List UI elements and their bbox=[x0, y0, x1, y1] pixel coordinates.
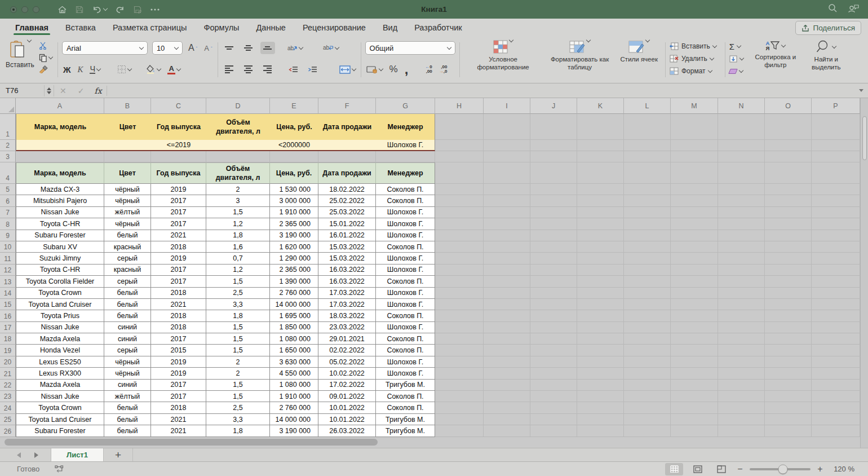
cell-K13[interactable] bbox=[577, 276, 624, 287]
row-header-3[interactable]: 3 bbox=[0, 151, 16, 162]
name-box[interactable]: T76 bbox=[0, 83, 44, 98]
cell-C15[interactable]: 2021 bbox=[151, 299, 206, 310]
cell-K11[interactable] bbox=[577, 253, 624, 264]
cell-F16[interactable]: 18.03.2022 bbox=[318, 310, 376, 321]
cell-I1[interactable] bbox=[484, 114, 530, 140]
cell-H17[interactable] bbox=[435, 322, 484, 333]
cell-E22[interactable]: 1 080 000 bbox=[270, 380, 318, 391]
cut-button[interactable] bbox=[38, 40, 54, 52]
cell-M21[interactable] bbox=[671, 368, 718, 379]
cell-K10[interactable] bbox=[577, 241, 624, 253]
cell-I13[interactable] bbox=[484, 276, 530, 287]
font-name-select[interactable]: Arial bbox=[62, 41, 148, 55]
cell-N23[interactable] bbox=[718, 391, 765, 402]
cell-J4[interactable] bbox=[530, 162, 577, 184]
cell-L11[interactable] bbox=[624, 253, 671, 264]
cell-J6[interactable] bbox=[530, 195, 577, 206]
align-left-button[interactable] bbox=[222, 63, 237, 76]
cell-K7[interactable] bbox=[577, 207, 624, 218]
cell-L8[interactable] bbox=[624, 218, 671, 230]
column-header-A[interactable]: A bbox=[16, 98, 104, 114]
cell-E11[interactable]: 1 290 000 bbox=[270, 253, 318, 264]
cell-G18[interactable]: Соколов П. bbox=[376, 333, 435, 345]
cell-K24[interactable] bbox=[577, 402, 624, 413]
cell-O4[interactable] bbox=[765, 162, 812, 184]
row-header-16[interactable]: 16 bbox=[0, 310, 16, 321]
cell-L14[interactable] bbox=[624, 288, 671, 299]
row-header-22[interactable]: 22 bbox=[0, 380, 16, 391]
cell-I11[interactable] bbox=[484, 253, 530, 264]
cell-K20[interactable] bbox=[577, 356, 624, 368]
cell-C7[interactable]: 2017 bbox=[151, 207, 206, 218]
cell-G16[interactable]: Соколов П. bbox=[376, 310, 435, 321]
cell-C22[interactable]: 2017 bbox=[151, 380, 206, 391]
cell-P2[interactable] bbox=[812, 140, 860, 151]
cell-L13[interactable] bbox=[624, 276, 671, 287]
cell-N26[interactable] bbox=[718, 425, 765, 437]
cell-E26[interactable]: 3 190 000 bbox=[270, 425, 318, 437]
cell-J25[interactable] bbox=[530, 414, 577, 425]
cell-G15[interactable]: Шолохов Г. bbox=[376, 299, 435, 310]
close-window-button[interactable] bbox=[10, 6, 17, 13]
cell-K16[interactable] bbox=[577, 310, 624, 321]
cell-O1[interactable] bbox=[765, 114, 812, 140]
cell-O26[interactable] bbox=[765, 425, 812, 437]
cell-D1[interactable]: Объём двигателя, л bbox=[206, 114, 270, 140]
column-header-E[interactable]: E bbox=[270, 98, 318, 114]
increase-indent-button[interactable] bbox=[305, 63, 320, 76]
cell-J18[interactable] bbox=[530, 333, 577, 345]
format-painter-button[interactable] bbox=[38, 63, 54, 75]
row-header-12[interactable]: 12 bbox=[0, 265, 16, 276]
cell-I25[interactable] bbox=[484, 414, 530, 425]
font-size-select[interactable]: 10 bbox=[152, 41, 183, 55]
cell-O9[interactable] bbox=[765, 230, 812, 241]
cell-A6[interactable]: Mitsubishi Pajero bbox=[16, 195, 104, 206]
cell-G21[interactable]: Шолохов Г. bbox=[376, 368, 435, 379]
cell-C23[interactable]: 2017 bbox=[151, 391, 206, 402]
cell-C1[interactable]: Год выпуска bbox=[151, 114, 206, 140]
decrease-indent-button[interactable] bbox=[286, 63, 301, 76]
cell-A18[interactable]: Mazda Axela bbox=[16, 333, 104, 345]
ribbon-tab-3[interactable]: Разметка страницы bbox=[104, 19, 196, 37]
cell-I23[interactable] bbox=[484, 391, 530, 402]
cell-J2[interactable] bbox=[530, 140, 577, 151]
cell-P26[interactable] bbox=[812, 425, 860, 437]
cell-C21[interactable]: 2019 bbox=[151, 368, 206, 379]
row-header-8[interactable]: 8 bbox=[0, 218, 16, 230]
cell-C19[interactable]: 2015 bbox=[151, 345, 206, 356]
cell-F8[interactable]: 15.01.2022 bbox=[318, 218, 376, 230]
cell-I16[interactable] bbox=[484, 310, 530, 321]
cell-styles-button[interactable]: Стили ячеек bbox=[621, 40, 658, 72]
cell-G14[interactable]: Шолохов Г. bbox=[376, 288, 435, 299]
increase-decimal-button[interactable]: ←0,00 bbox=[424, 63, 433, 76]
cell-N11[interactable] bbox=[718, 253, 765, 264]
cell-A13[interactable]: Toyota Corolla Fielder bbox=[16, 276, 104, 287]
share-button[interactable]: Поделиться bbox=[795, 21, 861, 35]
cell-A12[interactable]: Toyota C-HR bbox=[16, 265, 104, 276]
borders-button[interactable] bbox=[116, 63, 132, 76]
cell-P7[interactable] bbox=[812, 207, 860, 218]
cell-E20[interactable]: 3 630 000 bbox=[270, 356, 318, 368]
cell-O16[interactable] bbox=[765, 310, 812, 321]
cell-M14[interactable] bbox=[671, 288, 718, 299]
cell-C24[interactable]: 2018 bbox=[151, 402, 206, 413]
cell-M24[interactable] bbox=[671, 402, 718, 413]
column-header-B[interactable]: B bbox=[104, 98, 151, 114]
align-top-button[interactable] bbox=[222, 42, 237, 54]
cell-L15[interactable] bbox=[624, 299, 671, 310]
cell-C14[interactable]: 2018 bbox=[151, 288, 206, 299]
cell-B2[interactable] bbox=[104, 140, 151, 151]
cell-P9[interactable] bbox=[812, 230, 860, 241]
cell-F12[interactable]: 16.03.2022 bbox=[318, 265, 376, 276]
cell-N21[interactable] bbox=[718, 368, 765, 379]
cell-L20[interactable] bbox=[624, 356, 671, 368]
cell-J16[interactable] bbox=[530, 310, 577, 321]
cell-N8[interactable] bbox=[718, 218, 765, 230]
cell-J11[interactable] bbox=[530, 253, 577, 264]
cell-G1[interactable]: Менеджер bbox=[376, 114, 435, 140]
cell-N13[interactable] bbox=[718, 276, 765, 287]
cell-H21[interactable] bbox=[435, 368, 484, 379]
cell-B12[interactable]: красный bbox=[104, 265, 151, 276]
paste-button[interactable]: Вставить bbox=[6, 40, 34, 75]
cell-E19[interactable]: 1 650 000 bbox=[270, 345, 318, 356]
